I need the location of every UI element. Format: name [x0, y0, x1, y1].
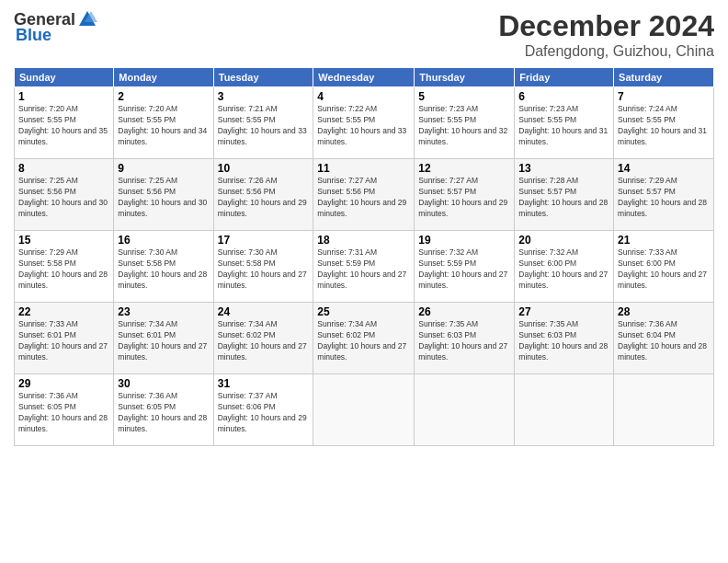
- table-row: 27 Sunrise: 7:35 AM Sunset: 6:03 PM Dayl…: [515, 303, 614, 374]
- day-info: Sunrise: 7:34 AM Sunset: 6:02 PM Dayligh…: [317, 319, 410, 363]
- day-info: Sunrise: 7:20 AM Sunset: 5:55 PM Dayligh…: [118, 104, 209, 148]
- day-number: 15: [18, 234, 109, 247]
- day-number: 30: [118, 377, 209, 390]
- day-number: 21: [618, 234, 710, 247]
- day-info: Sunrise: 7:30 AM Sunset: 5:58 PM Dayligh…: [118, 247, 209, 292]
- table-row: 14 Sunrise: 7:29 AM Sunset: 5:57 PM Dayl…: [614, 159, 714, 231]
- day-info: Sunrise: 7:36 AM Sunset: 6:05 PM Dayligh…: [18, 391, 109, 435]
- day-number: 1: [18, 90, 109, 103]
- day-info: Sunrise: 7:26 AM Sunset: 5:56 PM Dayligh…: [218, 176, 310, 220]
- day-info: Sunrise: 7:24 AM Sunset: 5:55 PM Dayligh…: [618, 104, 710, 148]
- location-subtitle: Dafengdong, Guizhou, China: [498, 43, 714, 60]
- table-row: 19 Sunrise: 7:32 AM Sunset: 5:59 PM Dayl…: [415, 231, 515, 303]
- day-number: 18: [317, 234, 410, 247]
- table-row: 23 Sunrise: 7:34 AM Sunset: 6:01 PM Dayl…: [114, 303, 213, 374]
- table-row: [515, 374, 614, 446]
- day-number: 8: [18, 162, 109, 175]
- table-row: 7 Sunrise: 7:24 AM Sunset: 5:55 PM Dayli…: [614, 87, 714, 159]
- table-row: 25 Sunrise: 7:34 AM Sunset: 6:02 PM Dayl…: [313, 303, 415, 374]
- day-number: 29: [18, 377, 109, 390]
- table-row: 31 Sunrise: 7:37 AM Sunset: 6:06 PM Dayl…: [213, 374, 313, 446]
- table-row: 10 Sunrise: 7:26 AM Sunset: 5:56 PM Dayl…: [213, 159, 313, 231]
- day-number: 17: [218, 234, 310, 247]
- table-row: 20 Sunrise: 7:32 AM Sunset: 6:00 PM Dayl…: [515, 231, 614, 303]
- day-number: 31: [218, 377, 310, 390]
- table-row: 1 Sunrise: 7:20 AM Sunset: 5:55 PM Dayli…: [15, 87, 114, 159]
- table-row: 4 Sunrise: 7:22 AM Sunset: 5:55 PM Dayli…: [313, 87, 415, 159]
- day-info: Sunrise: 7:31 AM Sunset: 5:59 PM Dayligh…: [317, 247, 410, 292]
- header-sunday: Sunday: [15, 68, 114, 87]
- logo-icon: [77, 9, 97, 29]
- header-thursday: Thursday: [415, 68, 515, 87]
- day-number: 24: [218, 305, 310, 318]
- table-row: 9 Sunrise: 7:25 AM Sunset: 5:56 PM Dayli…: [114, 159, 213, 231]
- month-title: December 2024: [498, 9, 714, 43]
- header-saturday: Saturday: [614, 68, 714, 87]
- day-info: Sunrise: 7:34 AM Sunset: 6:02 PM Dayligh…: [218, 319, 310, 363]
- day-number: 12: [418, 162, 510, 175]
- day-info: Sunrise: 7:32 AM Sunset: 6:00 PM Dayligh…: [518, 247, 609, 292]
- table-row: 28 Sunrise: 7:36 AM Sunset: 6:04 PM Dayl…: [614, 303, 714, 374]
- calendar-table: Sunday Monday Tuesday Wednesday Thursday…: [14, 67, 714, 446]
- day-info: Sunrise: 7:25 AM Sunset: 5:56 PM Dayligh…: [118, 176, 209, 220]
- table-row: 6 Sunrise: 7:23 AM Sunset: 5:55 PM Dayli…: [515, 87, 614, 159]
- day-number: 25: [317, 305, 410, 318]
- table-row: 11 Sunrise: 7:27 AM Sunset: 5:56 PM Dayl…: [313, 159, 415, 231]
- day-number: 14: [618, 162, 710, 175]
- day-number: 3: [218, 90, 310, 103]
- day-number: 27: [518, 305, 609, 318]
- day-number: 10: [218, 162, 310, 175]
- header: General Blue December 2024 Dafengdong, G…: [14, 9, 714, 60]
- table-row: 30 Sunrise: 7:36 AM Sunset: 6:05 PM Dayl…: [114, 374, 213, 446]
- day-info: Sunrise: 7:28 AM Sunset: 5:57 PM Dayligh…: [518, 176, 609, 220]
- table-row: 2 Sunrise: 7:20 AM Sunset: 5:55 PM Dayli…: [114, 87, 213, 159]
- day-info: Sunrise: 7:23 AM Sunset: 5:55 PM Dayligh…: [518, 104, 609, 148]
- day-number: 22: [18, 305, 109, 318]
- day-info: Sunrise: 7:34 AM Sunset: 6:01 PM Dayligh…: [118, 319, 209, 363]
- day-info: Sunrise: 7:29 AM Sunset: 5:57 PM Dayligh…: [618, 176, 710, 220]
- table-row: 5 Sunrise: 7:23 AM Sunset: 5:55 PM Dayli…: [415, 87, 515, 159]
- day-number: 11: [317, 162, 410, 175]
- table-row: [415, 374, 515, 446]
- table-row: 18 Sunrise: 7:31 AM Sunset: 5:59 PM Dayl…: [313, 231, 415, 303]
- day-info: Sunrise: 7:37 AM Sunset: 6:06 PM Dayligh…: [218, 391, 310, 435]
- table-row: 21 Sunrise: 7:33 AM Sunset: 6:00 PM Dayl…: [614, 231, 714, 303]
- table-row: 26 Sunrise: 7:35 AM Sunset: 6:03 PM Dayl…: [415, 303, 515, 374]
- day-info: Sunrise: 7:30 AM Sunset: 5:58 PM Dayligh…: [218, 247, 310, 292]
- table-row: [614, 374, 714, 446]
- day-number: 16: [118, 234, 209, 247]
- table-row: 15 Sunrise: 7:29 AM Sunset: 5:58 PM Dayl…: [15, 231, 114, 303]
- table-row: 22 Sunrise: 7:33 AM Sunset: 6:01 PM Dayl…: [15, 303, 114, 374]
- day-info: Sunrise: 7:23 AM Sunset: 5:55 PM Dayligh…: [418, 104, 510, 148]
- header-monday: Monday: [114, 68, 213, 87]
- day-info: Sunrise: 7:35 AM Sunset: 6:03 PM Dayligh…: [418, 319, 510, 363]
- day-info: Sunrise: 7:29 AM Sunset: 5:58 PM Dayligh…: [18, 247, 109, 292]
- day-number: 2: [118, 90, 209, 103]
- day-number: 13: [518, 162, 609, 175]
- day-info: Sunrise: 7:27 AM Sunset: 5:56 PM Dayligh…: [317, 176, 410, 220]
- table-row: 12 Sunrise: 7:27 AM Sunset: 5:57 PM Dayl…: [415, 159, 515, 231]
- logo: General Blue: [14, 9, 99, 45]
- day-info: Sunrise: 7:36 AM Sunset: 6:04 PM Dayligh…: [618, 319, 710, 363]
- day-number: 19: [418, 234, 510, 247]
- day-info: Sunrise: 7:22 AM Sunset: 5:55 PM Dayligh…: [317, 104, 410, 148]
- day-info: Sunrise: 7:21 AM Sunset: 5:55 PM Dayligh…: [218, 104, 310, 148]
- day-info: Sunrise: 7:33 AM Sunset: 6:01 PM Dayligh…: [18, 319, 109, 363]
- day-info: Sunrise: 7:32 AM Sunset: 5:59 PM Dayligh…: [418, 247, 510, 292]
- day-number: 9: [118, 162, 209, 175]
- table-row: 29 Sunrise: 7:36 AM Sunset: 6:05 PM Dayl…: [15, 374, 114, 446]
- day-info: Sunrise: 7:20 AM Sunset: 5:55 PM Dayligh…: [18, 104, 109, 148]
- day-number: 7: [618, 90, 710, 103]
- day-number: 6: [518, 90, 609, 103]
- table-row: 3 Sunrise: 7:21 AM Sunset: 5:55 PM Dayli…: [213, 87, 313, 159]
- day-number: 23: [118, 305, 209, 318]
- table-row: 8 Sunrise: 7:25 AM Sunset: 5:56 PM Dayli…: [15, 159, 114, 231]
- day-number: 5: [418, 90, 510, 103]
- day-info: Sunrise: 7:27 AM Sunset: 5:57 PM Dayligh…: [418, 176, 510, 220]
- table-row: 13 Sunrise: 7:28 AM Sunset: 5:57 PM Dayl…: [515, 159, 614, 231]
- day-number: 20: [518, 234, 609, 247]
- table-row: 17 Sunrise: 7:30 AM Sunset: 5:58 PM Dayl…: [213, 231, 313, 303]
- page: General Blue December 2024 Dafengdong, G…: [0, 0, 728, 563]
- logo-blue: Blue: [16, 26, 51, 45]
- table-row: 16 Sunrise: 7:30 AM Sunset: 5:58 PM Dayl…: [114, 231, 213, 303]
